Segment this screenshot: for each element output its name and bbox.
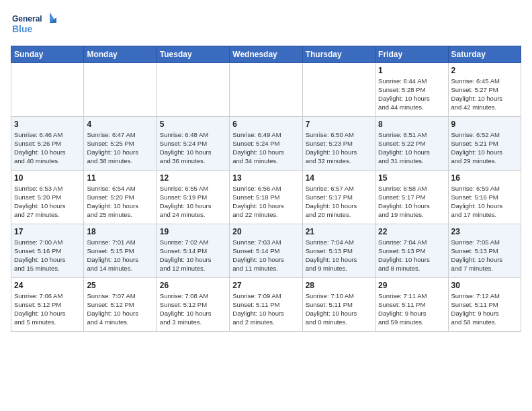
calendar-cell: 5Sunrise: 6:48 AM Sunset: 5:24 PM Daylig… — [157, 117, 229, 171]
calendar-cell — [11, 63, 84, 117]
day-info: Sunrise: 6:52 AM Sunset: 5:21 PM Dayligh… — [451, 131, 518, 165]
day-number: 9 — [451, 119, 518, 130]
day-info: Sunrise: 6:56 AM Sunset: 5:18 PM Dayligh… — [232, 185, 299, 219]
calendar-cell: 1Sunrise: 6:44 AM Sunset: 5:28 PM Daylig… — [375, 63, 448, 117]
day-info: Sunrise: 6:54 AM Sunset: 5:20 PM Dayligh… — [87, 185, 153, 219]
weekday-header: Tuesday — [157, 46, 229, 63]
day-number: 28 — [306, 280, 372, 291]
day-number: 19 — [160, 226, 226, 237]
day-info: Sunrise: 7:09 AM Sunset: 5:11 PM Dayligh… — [232, 292, 299, 326]
calendar-cell: 17Sunrise: 7:00 AM Sunset: 5:16 PM Dayli… — [11, 224, 84, 278]
day-number: 7 — [306, 119, 372, 130]
day-number: 23 — [451, 226, 518, 237]
weekday-header: Saturday — [448, 46, 521, 63]
calendar-cell: 21Sunrise: 7:04 AM Sunset: 5:13 PM Dayli… — [302, 224, 375, 278]
day-number: 4 — [87, 119, 153, 130]
calendar-cell: 7Sunrise: 6:50 AM Sunset: 5:23 PM Daylig… — [302, 117, 375, 171]
weekday-header: Wednesday — [230, 46, 302, 63]
day-number: 27 — [232, 280, 299, 291]
weekday-header: Friday — [375, 46, 448, 63]
day-info: Sunrise: 7:00 AM Sunset: 5:16 PM Dayligh… — [14, 238, 81, 273]
calendar-cell — [84, 63, 157, 117]
day-info: Sunrise: 6:44 AM Sunset: 5:28 PM Dayligh… — [378, 77, 445, 111]
page-header: General Blue — [11, 11, 521, 38]
svg-text:General: General — [12, 14, 42, 24]
calendar-cell: 29Sunrise: 7:11 AM Sunset: 5:11 PM Dayli… — [375, 278, 448, 332]
day-number: 6 — [232, 119, 299, 130]
day-number: 5 — [160, 119, 226, 130]
day-info: Sunrise: 7:05 AM Sunset: 5:13 PM Dayligh… — [451, 238, 518, 273]
calendar-cell: 23Sunrise: 7:05 AM Sunset: 5:13 PM Dayli… — [448, 224, 521, 278]
calendar-week-row: 3Sunrise: 6:46 AM Sunset: 5:26 PM Daylig… — [11, 117, 521, 171]
day-number: 17 — [14, 226, 81, 237]
calendar-week-row: 1Sunrise: 6:44 AM Sunset: 5:28 PM Daylig… — [11, 63, 521, 117]
day-info: Sunrise: 7:04 AM Sunset: 5:13 PM Dayligh… — [378, 238, 445, 273]
day-number: 8 — [378, 119, 445, 130]
calendar-cell: 8Sunrise: 6:51 AM Sunset: 5:22 PM Daylig… — [375, 117, 448, 171]
calendar-cell: 22Sunrise: 7:04 AM Sunset: 5:13 PM Dayli… — [375, 224, 448, 278]
calendar-cell: 11Sunrise: 6:54 AM Sunset: 5:20 PM Dayli… — [84, 171, 157, 224]
day-info: Sunrise: 6:58 AM Sunset: 5:17 PM Dayligh… — [378, 185, 445, 219]
day-info: Sunrise: 6:49 AM Sunset: 5:24 PM Dayligh… — [232, 131, 299, 165]
day-number: 26 — [160, 280, 226, 291]
day-number: 14 — [306, 173, 372, 183]
logo: General Blue — [11, 11, 58, 38]
day-info: Sunrise: 6:46 AM Sunset: 5:26 PM Dayligh… — [14, 131, 81, 165]
calendar-cell: 27Sunrise: 7:09 AM Sunset: 5:11 PM Dayli… — [230, 278, 302, 332]
calendar-cell: 26Sunrise: 7:08 AM Sunset: 5:12 PM Dayli… — [157, 278, 229, 332]
day-number: 25 — [87, 280, 153, 291]
calendar-cell: 3Sunrise: 6:46 AM Sunset: 5:26 PM Daylig… — [11, 117, 84, 171]
day-number: 13 — [232, 173, 299, 183]
day-info: Sunrise: 6:57 AM Sunset: 5:17 PM Dayligh… — [306, 185, 372, 219]
calendar-cell: 4Sunrise: 6:47 AM Sunset: 5:25 PM Daylig… — [84, 117, 157, 171]
day-number: 30 — [451, 280, 518, 291]
calendar-week-row: 17Sunrise: 7:00 AM Sunset: 5:16 PM Dayli… — [11, 224, 521, 278]
day-info: Sunrise: 7:01 AM Sunset: 5:15 PM Dayligh… — [87, 238, 153, 273]
day-info: Sunrise: 6:45 AM Sunset: 5:27 PM Dayligh… — [451, 77, 518, 111]
calendar-cell: 14Sunrise: 6:57 AM Sunset: 5:17 PM Dayli… — [302, 171, 375, 224]
calendar-cell: 9Sunrise: 6:52 AM Sunset: 5:21 PM Daylig… — [448, 117, 521, 171]
day-info: Sunrise: 7:12 AM Sunset: 5:11 PM Dayligh… — [451, 292, 518, 326]
calendar-cell: 20Sunrise: 7:03 AM Sunset: 5:14 PM Dayli… — [230, 224, 302, 278]
weekday-header: Sunday — [11, 46, 84, 63]
calendar-cell — [157, 63, 229, 117]
calendar-cell: 15Sunrise: 6:58 AM Sunset: 5:17 PM Dayli… — [375, 171, 448, 224]
calendar-header-row: SundayMondayTuesdayWednesdayThursdayFrid… — [11, 46, 521, 63]
day-info: Sunrise: 6:53 AM Sunset: 5:20 PM Dayligh… — [14, 185, 81, 219]
day-number: 3 — [14, 119, 81, 130]
calendar-cell: 28Sunrise: 7:10 AM Sunset: 5:11 PM Dayli… — [302, 278, 375, 332]
day-number: 10 — [14, 173, 81, 183]
calendar-cell: 24Sunrise: 7:06 AM Sunset: 5:12 PM Dayli… — [11, 278, 84, 332]
day-number: 2 — [451, 65, 518, 76]
svg-text:Blue: Blue — [12, 24, 33, 34]
calendar-cell: 16Sunrise: 6:59 AM Sunset: 5:16 PM Dayli… — [448, 171, 521, 224]
calendar-week-row: 10Sunrise: 6:53 AM Sunset: 5:20 PM Dayli… — [11, 171, 521, 224]
calendar-cell: 18Sunrise: 7:01 AM Sunset: 5:15 PM Dayli… — [84, 224, 157, 278]
day-number: 18 — [87, 226, 153, 237]
day-info: Sunrise: 6:55 AM Sunset: 5:19 PM Dayligh… — [160, 185, 226, 219]
day-number: 21 — [306, 226, 372, 237]
calendar-cell: 10Sunrise: 6:53 AM Sunset: 5:20 PM Dayli… — [11, 171, 84, 224]
day-info: Sunrise: 7:02 AM Sunset: 5:14 PM Dayligh… — [160, 238, 226, 273]
day-number: 15 — [378, 173, 445, 183]
day-number: 12 — [160, 173, 226, 183]
day-info: Sunrise: 7:04 AM Sunset: 5:13 PM Dayligh… — [306, 238, 372, 273]
calendar-cell: 19Sunrise: 7:02 AM Sunset: 5:14 PM Dayli… — [157, 224, 229, 278]
calendar-cell: 13Sunrise: 6:56 AM Sunset: 5:18 PM Dayli… — [230, 171, 302, 224]
day-number: 11 — [87, 173, 153, 183]
day-number: 29 — [378, 280, 445, 291]
day-info: Sunrise: 6:50 AM Sunset: 5:23 PM Dayligh… — [306, 131, 372, 165]
calendar-cell — [302, 63, 375, 117]
day-info: Sunrise: 7:03 AM Sunset: 5:14 PM Dayligh… — [232, 238, 299, 273]
calendar-cell: 6Sunrise: 6:49 AM Sunset: 5:24 PM Daylig… — [230, 117, 302, 171]
weekday-header: Monday — [84, 46, 157, 63]
calendar-cell: 25Sunrise: 7:07 AM Sunset: 5:12 PM Dayli… — [84, 278, 157, 332]
calendar-cell: 2Sunrise: 6:45 AM Sunset: 5:27 PM Daylig… — [448, 63, 521, 117]
day-info: Sunrise: 6:59 AM Sunset: 5:16 PM Dayligh… — [451, 185, 518, 219]
weekday-header: Thursday — [302, 46, 375, 63]
day-info: Sunrise: 7:10 AM Sunset: 5:11 PM Dayligh… — [306, 292, 372, 326]
calendar-table: SundayMondayTuesdayWednesdayThursdayFrid… — [11, 46, 521, 332]
day-info: Sunrise: 7:06 AM Sunset: 5:12 PM Dayligh… — [14, 292, 81, 326]
calendar-week-row: 24Sunrise: 7:06 AM Sunset: 5:12 PM Dayli… — [11, 278, 521, 332]
logo-svg: General Blue — [11, 11, 58, 38]
